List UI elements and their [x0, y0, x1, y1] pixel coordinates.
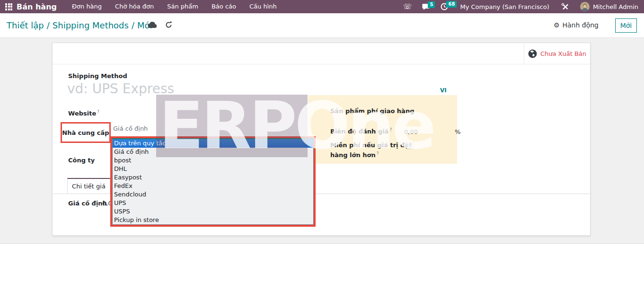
top-navbar: Bán hàng Đơn hàng Chờ hóa đơn Sản phẩm B…	[0, 0, 644, 13]
company-switcher[interactable]: My Company (San Francisco)	[460, 3, 549, 10]
breadcrumb: Thiết lập/Shipping Methods/Mới	[7, 20, 152, 30]
messages-icon[interactable]: 5	[422, 3, 430, 10]
screen: Bán hàng Đơn hàng Chờ hóa đơn Sản phẩm B…	[0, 0, 644, 284]
dropdown-option-fedex[interactable]: FedEx	[113, 182, 313, 190]
free-over-label-line2: hàng lớn hơn?	[330, 151, 379, 159]
website-field-label: Website?	[68, 109, 99, 117]
margin-input[interactable]: 0,00	[404, 128, 418, 135]
shipping-method-name-input[interactable]: vd: UPS Express	[67, 81, 174, 97]
globe-icon	[528, 49, 537, 58]
fixed-price-field-label: Giá cố định	[68, 200, 107, 207]
nav-item-reporting[interactable]: Báo cáo	[205, 0, 243, 13]
gear-icon: ⚙	[554, 21, 560, 29]
nav-item-orders[interactable]: Đơn hàng	[65, 0, 108, 13]
dropdown-option-usps[interactable]: USPS	[113, 207, 313, 216]
apps-menu-icon[interactable]	[5, 3, 12, 10]
dropdown-option-pickup-in-store[interactable]: Pickup in store	[113, 216, 313, 224]
delivery-product-label: Sản phẩm phí giao hàng	[330, 107, 414, 115]
breadcrumb-separator: /	[129, 20, 137, 30]
translation-lang-badge[interactable]: VI	[440, 87, 447, 94]
dropdown-option-easypost[interactable]: Easypost	[113, 173, 313, 182]
dropdown-option-sendcloud[interactable]: Sendcloud	[113, 190, 313, 199]
margin-label: Biên độ đánh giá?	[330, 127, 392, 135]
tab-pricing[interactable]: Chi tiết giá	[67, 178, 110, 194]
app-name[interactable]: Bán hàng	[17, 2, 57, 11]
free-over-help-icon[interactable]: ?	[377, 151, 379, 156]
provider-field-label: Nhà cung cấp	[62, 129, 109, 136]
messages-badge: 5	[428, 1, 435, 8]
action-menu-label: Hành động	[562, 21, 599, 29]
debug-tools-icon[interactable]	[561, 3, 569, 11]
publish-toggle[interactable]: Chưa Xuất Bản	[524, 43, 590, 64]
dropdown-option-bpost[interactable]: bpost	[113, 156, 313, 165]
form-statusbar: Chưa Xuất Bản	[53, 43, 590, 64]
new-button[interactable]: Mới	[615, 18, 637, 33]
dropdown-option-fixed-price[interactable]: Giá cố định	[113, 148, 313, 156]
dropdown-option-based-on-rules[interactable]: Dựa trên quy tắc	[113, 139, 313, 148]
company-field-label: Công ty	[68, 157, 95, 164]
save-cloud-icon[interactable]	[148, 21, 157, 28]
name-field-label: Shipping Method	[68, 72, 127, 80]
website-help-icon[interactable]: ?	[97, 109, 99, 114]
breadcrumb-settings[interactable]: Thiết lập	[7, 20, 44, 30]
provider-dropdown-list: Dựa trên quy tắc Giá cố định bpost DHL E…	[112, 138, 314, 225]
breadcrumb-separator: /	[44, 20, 53, 30]
voip-phone-icon[interactable]: ☏	[403, 0, 412, 13]
user-avatar[interactable]	[580, 2, 590, 11]
nav-item-configuration[interactable]: Cấu hình	[243, 0, 283, 13]
activities-badge: 68	[446, 1, 457, 8]
website-settings-panel: Sản phẩm phí giao hàng Biên độ đánh giá?…	[308, 95, 457, 164]
free-over-label-line1: Miễn phí nếu giá trị đặt	[330, 142, 412, 149]
activities-clock-icon[interactable]: 68	[441, 3, 448, 10]
user-name[interactable]: Mitchell Admin	[593, 3, 638, 10]
provider-select[interactable]: Giá cố định	[113, 125, 148, 132]
margin-help-icon[interactable]: ?	[389, 127, 392, 132]
discard-undo-icon[interactable]	[165, 21, 173, 29]
control-panel: Thiết lập/Shipping Methods/Mới ⚙ Hành độ…	[0, 13, 644, 38]
nav-item-products[interactable]: Sản phẩm	[160, 0, 205, 13]
dropdown-option-dhl[interactable]: DHL	[113, 165, 313, 173]
dropdown-option-ups[interactable]: UPS	[113, 199, 313, 207]
margin-unit: %	[455, 128, 460, 135]
provider-dropdown-annotation-box: Dựa trên quy tắc Giá cố định bpost DHL E…	[110, 136, 316, 227]
provider-label-annotation-box: Nhà cung cấp	[61, 122, 111, 143]
nav-item-to-invoice[interactable]: Chờ hóa đơn	[108, 0, 160, 13]
action-menu[interactable]: ⚙ Hành động	[554, 21, 599, 29]
free-over-checkbox[interactable]	[406, 142, 413, 149]
breadcrumb-shipping-methods[interactable]: Shipping Methods	[53, 20, 129, 30]
publish-state-label: Chưa Xuất Bản	[540, 50, 586, 57]
